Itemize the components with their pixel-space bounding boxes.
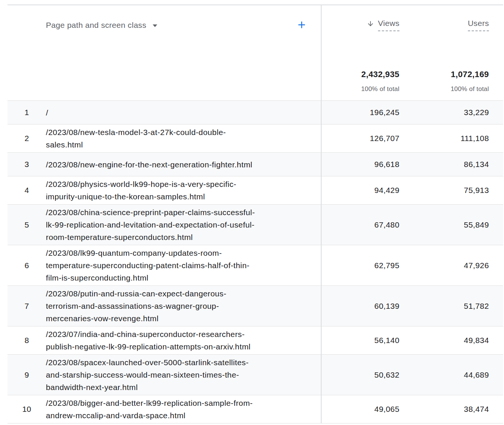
pages-report-table: Page path and screen class Views Users 2… [8,5,503,423]
row-page-path: /2023/08/physics-world-lk99-hope-is-a-ve… [46,178,321,203]
table-row[interactable]: 10 /2023/08/bigger-and-better-lk99-repli… [8,395,503,423]
row-rank: 4 [8,186,46,195]
row-users-value: 55,849 [399,220,489,229]
row-rank: 5 [8,220,46,229]
table-row[interactable]: 9 /2023/08/spacex-launched-over-5000-sta… [8,354,503,395]
users-total-percent: 100% of total [451,85,489,93]
column-header-users[interactable]: Users [468,19,489,31]
row-users-value: 49,834 [399,336,489,345]
row-rank: 6 [8,261,46,270]
table-body: 1 / 196,245 33,229 2 /2023/08/new-tesla-… [8,100,503,423]
row-rank: 9 [8,370,46,379]
row-views-value: 56,140 [321,336,399,345]
row-views-value: 50,632 [321,370,399,379]
row-users-value: 75,913 [399,186,489,195]
table-row[interactable]: 6 /2023/08/lk99-quantum-company-updates-… [8,245,503,285]
table-header: Page path and screen class Views Users 2… [8,5,503,100]
table-row[interactable]: 5 /2023/08/china-science-preprint-paper-… [8,204,503,245]
row-rank: 1 [8,108,46,117]
row-page-path: /2023/08/spacex-launched-over-5000-starl… [46,356,321,393]
row-page-path: / [46,106,321,119]
row-views-value: 96,618 [321,160,399,169]
row-rank: 10 [8,405,46,414]
row-page-path: /2023/08/new-engine-for-the-next-generat… [46,158,321,171]
row-page-path: /2023/08/new-tesla-model-3-at-27k-could-… [46,126,321,151]
table-row[interactable]: 7 /2023/08/putin-and-russia-can-expect-d… [8,285,503,326]
row-views-value: 94,429 [321,186,399,195]
row-page-path: /2023/08/bigger-and-better-lk99-replicat… [46,397,321,422]
row-rank: 2 [8,134,46,143]
row-users-value: 33,229 [399,108,489,117]
dimension-selector-label: Page path and screen class [46,20,146,30]
column-header-users-label: Users [468,19,489,31]
row-page-path: /2023/07/india-and-china-superconductor-… [46,328,321,353]
views-total-percent: 100% of total [361,85,399,93]
table-row[interactable]: 2 /2023/08/new-tesla-model-3-at-27k-coul… [8,124,503,152]
row-page-path: /2023/08/putin-and-russia-can-expect-dan… [46,287,321,325]
row-users-value: 111,108 [399,134,489,143]
plus-icon [296,19,307,30]
column-header-views-label: Views [378,19,399,31]
dimension-selector[interactable]: Page path and screen class [46,20,157,30]
row-views-value: 49,065 [321,405,399,414]
row-views-value: 67,480 [321,220,399,229]
row-users-value: 86,134 [399,160,489,169]
row-page-path: /2023/08/lk99-quantum-company-updates-ro… [46,247,321,284]
row-views-value: 62,795 [321,261,399,270]
row-views-value: 60,139 [321,302,399,311]
views-total-value: 2,432,935 [361,70,399,79]
users-total-value: 1,072,169 [451,70,489,79]
row-rank: 8 [8,336,46,345]
row-rank: 7 [8,302,46,311]
row-views-value: 126,707 [321,134,399,143]
row-page-path: /2023/08/china-science-preprint-paper-cl… [46,206,321,243]
chevron-down-icon [153,24,157,27]
row-users-value: 47,926 [399,261,489,270]
row-users-value: 51,782 [399,302,489,311]
table-row[interactable]: 8 /2023/07/india-and-china-superconducto… [8,326,503,354]
row-users-value: 44,689 [399,370,489,379]
row-users-value: 38,474 [399,405,489,414]
table-row[interactable]: 3 /2023/08/new-engine-for-the-next-gener… [8,152,503,176]
row-views-value: 196,245 [321,108,399,117]
column-header-views[interactable]: Views [367,19,399,31]
table-row[interactable]: 1 / 196,245 33,229 [8,100,503,124]
add-dimension-button[interactable] [295,18,308,32]
sort-descending-icon [367,20,374,27]
row-rank: 3 [8,160,46,169]
table-row[interactable]: 4 /2023/08/physics-world-lk99-hope-is-a-… [8,176,503,204]
